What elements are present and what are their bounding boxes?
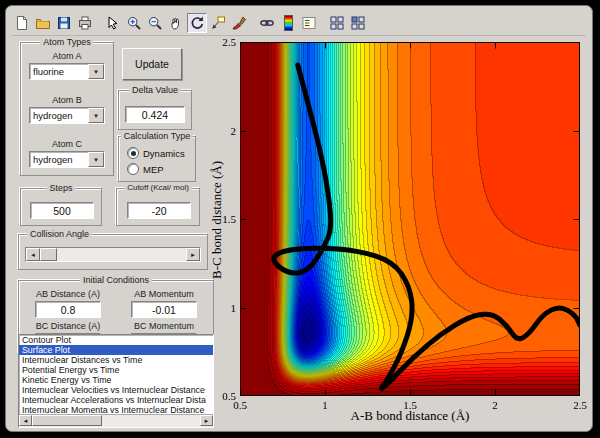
toolbar-separator: [320, 14, 327, 32]
y-tick-label: 1: [210, 302, 236, 314]
toolbar-separator: [96, 14, 103, 32]
radio-dot-icon: [127, 147, 139, 159]
cutoff-title: Cutoff (Kcal/ mol): [124, 183, 192, 192]
link-plot-icon[interactable]: [257, 13, 277, 33]
steps-field[interactable]: [30, 202, 94, 219]
y-tick-label: 1.5: [210, 213, 236, 225]
insert-colorbar-icon[interactable]: [278, 13, 298, 33]
y-tick-label: 2.5: [210, 36, 236, 48]
colorbar-glyph: [284, 15, 293, 31]
x-tick-label: 1: [312, 399, 338, 411]
steps-group: Steps: [20, 188, 102, 226]
ab-momentum-label: AB Momentum: [119, 289, 209, 299]
cutoff-group: Cutoff (Kcal/ mol): [116, 188, 200, 226]
delta-value-title: Delta Value: [129, 85, 181, 95]
insert-legend-icon[interactable]: [299, 13, 319, 33]
list-item[interactable]: Contour Plot: [19, 335, 213, 345]
radio-mep-label: MEP: [143, 164, 164, 175]
data-cursor-icon[interactable]: [208, 13, 228, 33]
app-window: Atom Types Atom A fluorine ▼ Atom B hydr…: [5, 5, 593, 432]
collision-angle-slider[interactable]: ◄ ►: [25, 247, 201, 262]
atom-c-value: hydrogen: [30, 154, 88, 165]
atom-b-label: Atom B: [21, 95, 113, 105]
plot-type-listbox: Contour Plot Surface Plot Internuclear D…: [18, 334, 214, 428]
ab-momentum-field[interactable]: [131, 301, 197, 318]
brush-icon[interactable]: [229, 13, 249, 33]
print-figure-icon[interactable]: [75, 13, 95, 33]
zoom-in-icon[interactable]: [124, 13, 144, 33]
atom-a-value: fluorine: [30, 66, 88, 77]
atom-a-label: Atom A: [21, 51, 113, 61]
chevron-down-icon[interactable]: ▼: [88, 152, 104, 167]
plot-area: A-B bond distance (Å) B-C bond distance …: [206, 32, 594, 432]
y-tick-label: 0.5: [210, 390, 236, 402]
rotate-3d-icon[interactable]: [187, 13, 207, 33]
y-tick-label: 2: [210, 125, 236, 137]
calculation-type-title: Calculation Type: [121, 131, 193, 141]
atom-b-dropdown[interactable]: hydrogen ▼: [29, 107, 105, 124]
atom-c-dropdown[interactable]: hydrogen ▼: [29, 151, 105, 168]
zoom-out-icon[interactable]: [145, 13, 165, 33]
new-figure-icon[interactable]: [12, 13, 32, 33]
slider-thumb[interactable]: [40, 248, 57, 261]
radio-dynamics[interactable]: Dynamics: [127, 147, 185, 159]
slider-left-arrow-icon[interactable]: ◄: [26, 248, 40, 261]
save-figure-icon[interactable]: [54, 13, 74, 33]
list-horizontal-scrollbar[interactable]: ◄ ►: [19, 414, 213, 427]
atom-types-group: Atom Types Atom A fluorine ▼ Atom B hydr…: [20, 42, 114, 176]
edit-plot-icon[interactable]: [103, 13, 123, 33]
list-item[interactable]: Internuclear Distances vs Time: [19, 355, 213, 365]
bc-momentum-label: BC Momentum: [119, 321, 209, 331]
hide-plot-tools-icon[interactable]: [327, 13, 347, 33]
x-tick-label: 2: [482, 399, 508, 411]
initial-conditions-title: Initial Conditions: [80, 275, 152, 285]
x-tick-label: 1.5: [397, 399, 423, 411]
chevron-down-icon[interactable]: ▼: [88, 108, 104, 123]
collision-angle-group: Collision Angle ◄ ►: [18, 234, 208, 270]
chevron-down-icon[interactable]: ▼: [88, 64, 104, 79]
atom-types-title: Atom Types: [40, 37, 93, 47]
toolbar-separator: [250, 14, 257, 32]
list-item[interactable]: Surface Plot: [19, 345, 213, 355]
delta-value-field[interactable]: [125, 106, 185, 123]
pes-canvas[interactable]: [240, 42, 580, 396]
steps-title: Steps: [46, 183, 75, 193]
radio-mep[interactable]: MEP: [127, 163, 164, 175]
scrollbar-thumb[interactable]: [32, 415, 102, 426]
delta-value-group: Delta Value: [118, 90, 192, 130]
update-button[interactable]: Update: [122, 48, 182, 80]
list-item[interactable]: Internuclear Accelerations vs Internucle…: [19, 395, 213, 405]
collision-angle-title: Collision Angle: [27, 229, 92, 239]
bc-distance-label: BC Distance (A): [23, 321, 113, 331]
list-item[interactable]: Potential Energy vs Time: [19, 365, 213, 375]
pan-hand-icon[interactable]: [166, 13, 186, 33]
atom-a-dropdown[interactable]: fluorine ▼: [29, 63, 105, 80]
list-item[interactable]: Kinetic Energy vs Time: [19, 375, 213, 385]
radio-dot-icon: [127, 163, 139, 175]
list-item[interactable]: Internuclear Velocities vs Internuclear …: [19, 385, 213, 395]
atom-b-value: hydrogen: [30, 110, 88, 121]
calculation-type-group: Calculation Type Dynamics MEP: [118, 136, 196, 182]
ab-distance-label: AB Distance (A): [23, 289, 113, 299]
ab-distance-field[interactable]: [35, 301, 101, 318]
slider-right-arrow-icon[interactable]: ►: [186, 248, 200, 261]
show-plot-tools-icon[interactable]: [348, 13, 368, 33]
open-file-icon[interactable]: [33, 13, 53, 33]
radio-dynamics-label: Dynamics: [143, 148, 185, 159]
cutoff-field[interactable]: [127, 202, 191, 219]
x-tick-label: 2.5: [567, 399, 593, 411]
atom-c-label: Atom C: [21, 139, 113, 149]
scroll-left-arrow-icon[interactable]: ◄: [19, 415, 32, 426]
